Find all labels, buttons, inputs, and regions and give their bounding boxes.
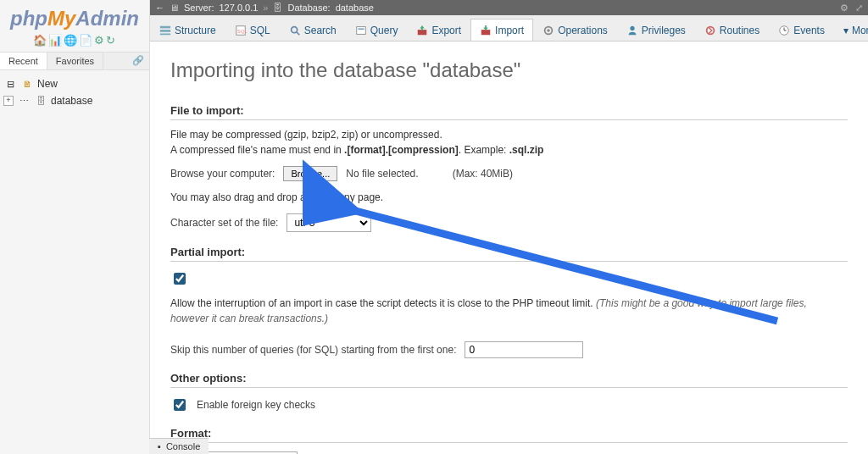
minus-icon: ⊟ [3, 77, 17, 91]
gear-icon[interactable]: ⚙ [94, 34, 106, 47]
home-icon[interactable]: 🏠 [33, 34, 48, 47]
more-icon: ▾ [843, 25, 849, 36]
link-icon[interactable]: 🔗 [132, 55, 144, 66]
tree-new[interactable]: ⊟ 🗎 New [3, 75, 146, 92]
partial-text: Allow the interruption of an import in c… [170, 296, 848, 326]
browse-button[interactable]: Browse... [283, 166, 337, 181]
tab-more[interactable]: ▾More [834, 19, 868, 42]
svg-point-14 [706, 27, 714, 35]
tab-events[interactable]: Events [769, 19, 834, 42]
svg-point-12 [547, 29, 550, 32]
svg-rect-1 [160, 30, 170, 32]
routines-icon [704, 25, 716, 36]
fk-checkbox[interactable] [174, 399, 186, 411]
section-partial: Partial import: [170, 246, 848, 262]
doc-icon[interactable]: 📄 [79, 34, 94, 47]
logo[interactable]: phpMyAdmin [0, 0, 149, 32]
tab-recent[interactable]: Recent [0, 53, 47, 69]
tree-db[interactable]: + ⋯ 🗄 database [3, 92, 146, 109]
tab-operations[interactable]: Operations [533, 19, 617, 42]
globe-icon[interactable]: 🌐 [64, 34, 79, 47]
no-file-text: No file selected. [346, 168, 418, 180]
charset-select[interactable]: utf-8 [287, 213, 371, 232]
page-title: Importing into the database "database" [170, 58, 848, 82]
svg-point-5 [291, 27, 297, 33]
skip-label: Skip this number of queries (for SQL) st… [170, 344, 456, 356]
console-bar[interactable]: ▪ Console [149, 438, 209, 454]
skip-input[interactable] [465, 341, 583, 358]
main-tabs: Structure SQLSQL Search Query Export Imp… [150, 15, 868, 42]
browse-label: Browse your computer: [170, 168, 275, 180]
exit-icon[interactable]: 📊 [48, 34, 64, 47]
search-icon [289, 25, 301, 36]
tab-search[interactable]: Search [280, 19, 346, 42]
svg-point-13 [630, 26, 634, 30]
svg-rect-10 [481, 30, 491, 35]
db-icon: 🗄 [34, 94, 47, 108]
tab-query[interactable]: Query [346, 19, 408, 42]
svg-rect-2 [160, 34, 170, 36]
content-pane: Importing into the database "database" F… [150, 42, 868, 454]
sql-icon: SQL [235, 25, 247, 36]
tab-favorites[interactable]: Favorites [47, 53, 103, 69]
privileges-icon [626, 25, 638, 36]
server-link[interactable]: 127.0.0.1 [219, 3, 258, 13]
console-icon: ▪ [158, 441, 161, 451]
reload-icon[interactable]: ↻ [106, 34, 117, 47]
file-hint-1: File may be compressed (gzip, bzip2, zip… [170, 127, 848, 142]
svg-rect-8 [358, 28, 364, 30]
svg-rect-0 [160, 26, 170, 29]
collapse-icon[interactable]: ⤢ [855, 3, 863, 14]
max-size: (Max: 40MiB) [453, 168, 513, 180]
section-format: Format: [170, 427, 848, 443]
tab-export[interactable]: Export [407, 19, 470, 42]
db-link[interactable]: database [336, 3, 374, 13]
section-other: Other options: [170, 372, 848, 388]
svg-rect-9 [418, 30, 427, 35]
fk-label: Enable foreign key checks [197, 399, 315, 411]
server-icon: 🖥 [170, 3, 179, 13]
gear-icon[interactable]: ⚙ [840, 3, 849, 14]
dragdrop-hint: You may also drag and drop a file on any… [170, 190, 848, 205]
import-icon [480, 25, 492, 36]
allow-interrupt-checkbox[interactable] [174, 273, 186, 285]
export-icon [416, 25, 428, 36]
tab-sql[interactable]: SQLSQL [225, 19, 280, 42]
query-icon [355, 25, 367, 36]
file-hint-2: A compressed file's name must end in .[f… [170, 142, 848, 158]
tab-routines[interactable]: Routines [695, 19, 769, 42]
tab-structure[interactable]: Structure [150, 19, 225, 42]
svg-line-6 [296, 32, 299, 36]
nav-icon-bar: 🏠📊🌐📄⚙↻ [0, 32, 149, 52]
tab-privileges[interactable]: Privileges [617, 19, 695, 42]
operations-icon [542, 25, 554, 36]
ellipsis-icon: ⋯ [17, 94, 31, 108]
new-db-icon: 🗎 [20, 77, 34, 91]
svg-text:SQL: SQL [236, 28, 246, 34]
events-icon [778, 25, 790, 36]
nav-left-icon[interactable]: ← [155, 3, 164, 13]
breadcrumb: ← 🖥 Server: 127.0.0.1 » 🗄 Database: data… [150, 0, 868, 15]
charset-label: Character set of the file: [170, 217, 278, 229]
section-file: File to import: [170, 104, 848, 120]
tab-import[interactable]: Import [470, 19, 533, 42]
svg-rect-7 [356, 27, 365, 35]
db-icon: 🗄 [273, 3, 282, 13]
structure-icon [159, 25, 171, 36]
db-tree: 🔗 ⊟ 🗎 New + ⋯ 🗄 database [0, 70, 149, 454]
expand-icon[interactable]: + [3, 96, 14, 106]
